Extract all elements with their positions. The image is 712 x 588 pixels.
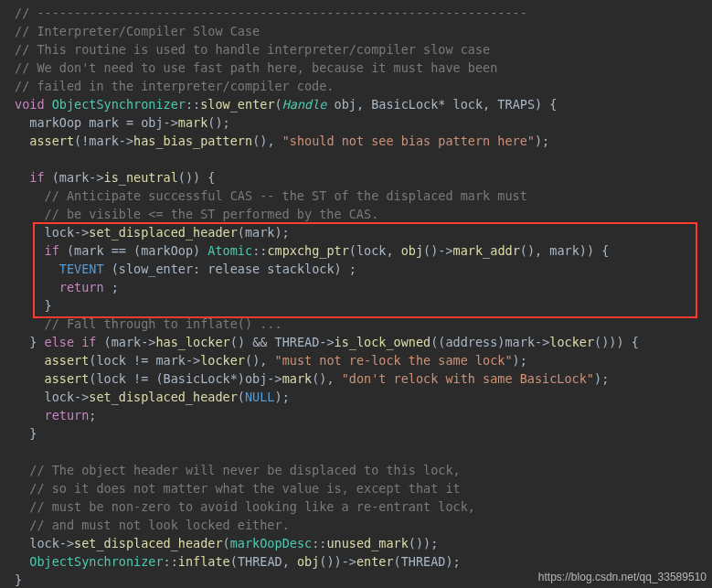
code-text: } [15, 298, 52, 313]
code-text: (slow_enter: release stacklock) ; [104, 262, 356, 276]
comment-line: // must be non-zero to avoid looking lik… [15, 499, 475, 514]
class-name: ObjectSynchronizer [52, 97, 186, 112]
code-text: ; [104, 280, 119, 294]
string-literal: "don't relock with same BasicLock" [342, 371, 594, 386]
fn-is-neutral: is_neutral [104, 170, 178, 185]
fn-is-lock-owned: is_lock_owned [335, 335, 431, 349]
fn-locker: locker [200, 353, 245, 368]
code-text: ; [89, 408, 96, 422]
fn-assert: assert [45, 371, 90, 386]
code-text: ((address)mark-> [430, 335, 549, 349]
code-text: (), [245, 353, 275, 368]
code-text: ( [223, 536, 230, 551]
comment-line: // We don't need to use fast path here, … [15, 60, 497, 75]
fn-assert: assert [29, 134, 74, 148]
code-text: markOop mark = obj-> [15, 115, 178, 130]
code-block: // -------------------------------------… [0, 0, 712, 588]
fn-assert: assert [45, 353, 90, 368]
code-text: ()-> [423, 243, 453, 258]
code-text: (mark-> [45, 170, 104, 185]
code-text: ())) { [594, 335, 639, 349]
code-text: lock-> [15, 225, 89, 240]
fn-mark: mark [282, 371, 313, 386]
fn-set-disp: set_displaced_header [89, 225, 238, 240]
code-text: (mark == (markOop) [59, 243, 208, 258]
fn-obj: obj [401, 243, 423, 258]
fn-cmpxchg: cmpxchg_ptr [267, 243, 348, 258]
comment-line: // Anticipate successful CAS -- the ST o… [15, 188, 527, 203]
code-text: (mark-> [96, 335, 155, 349]
fn-set-disp: set_displaced_header [89, 390, 238, 404]
keyword-return: return [45, 408, 90, 422]
keyword-if: if [29, 170, 44, 185]
const-null: NULL [245, 390, 275, 404]
comment-line: // be visible <= the ST performed by the… [15, 207, 378, 221]
code-text: ()) { [178, 170, 216, 185]
type-handle: Handle [282, 97, 327, 112]
code-text: ); [513, 353, 527, 368]
code-text: (lock, [349, 243, 401, 258]
code-text: (), [312, 371, 342, 386]
keyword-if: if [45, 243, 59, 258]
code-text: (THREAD); [394, 554, 461, 569]
fn-has-bias: has_bias_pattern [133, 134, 252, 148]
code-text: lock-> [15, 536, 74, 551]
code-text: ( [238, 390, 245, 404]
fn-enter: enter [356, 554, 394, 569]
keyword-else: else [45, 335, 75, 349]
class-markoopdesc: markOopDesc [230, 536, 312, 551]
comment-line: // so it does not matter what the value … [15, 481, 461, 496]
code-text: (THREAD, [230, 554, 297, 569]
comment-line: // failed in the interpreter/compiler co… [15, 79, 335, 93]
string-literal: "must not re-lock the same lock" [275, 353, 513, 368]
fn-mark: mark [178, 115, 208, 130]
code-text: () && THREAD-> [230, 335, 335, 349]
code-text: } [15, 335, 45, 349]
comment-line: // The object header will never be displ… [15, 463, 461, 477]
fn-has-locker: has_locker [155, 335, 229, 349]
watermark: https://blog.csdn.net/qq_33589510 [538, 568, 707, 586]
code-text: lock-> [15, 390, 89, 404]
code-text: } [15, 426, 37, 441]
code-text: (mark); [238, 225, 290, 240]
code-text: (!mark-> [74, 134, 133, 148]
fn-unused-mark: unused_mark [326, 536, 408, 551]
code-text: (), [252, 134, 282, 148]
comment-line: // Fall through to inflate() ... [15, 316, 282, 331]
code-text: ()); [409, 536, 439, 551]
code-text: ); [275, 390, 290, 404]
code-text: (lock != (BasicLock*)obj-> [89, 371, 282, 386]
code-text: (); [207, 115, 229, 130]
comment-line: // Interpreter/Compiler Slow Case [15, 24, 260, 38]
ns-atomic: Atomic [207, 243, 252, 258]
params: obj, BasicLock* lock, TRAPS) { [326, 97, 557, 112]
comment-line: // -------------------------------------… [15, 5, 527, 20]
code-text: ); [535, 134, 549, 148]
keyword-if: if [81, 335, 96, 349]
code-text: (), mark)) { [520, 243, 610, 258]
code-text: ); [594, 371, 609, 386]
const-tevent: TEVENT [59, 262, 104, 276]
code-text: (lock != mark-> [89, 353, 200, 368]
fn-obj: obj [297, 554, 319, 569]
fn-mark-addr: mark_addr [453, 243, 520, 258]
code-text: } [15, 572, 22, 587]
fn-inflate: inflate [178, 554, 230, 569]
code-text: ())-> [319, 554, 356, 569]
fn-set-disp: set_displaced_header [74, 536, 223, 551]
comment-line: // This routine is used to handle interp… [15, 42, 490, 57]
comment-line: // and must not look locked either. [15, 518, 290, 532]
class-name: ObjectSynchronizer [29, 554, 163, 569]
keyword-return: return [59, 280, 104, 294]
fn-slow-enter: slow_enter [200, 97, 274, 112]
keyword-void: void [15, 97, 45, 112]
string-literal: "should not see bias pattern here" [282, 134, 535, 148]
fn-locker: locker [549, 335, 594, 349]
